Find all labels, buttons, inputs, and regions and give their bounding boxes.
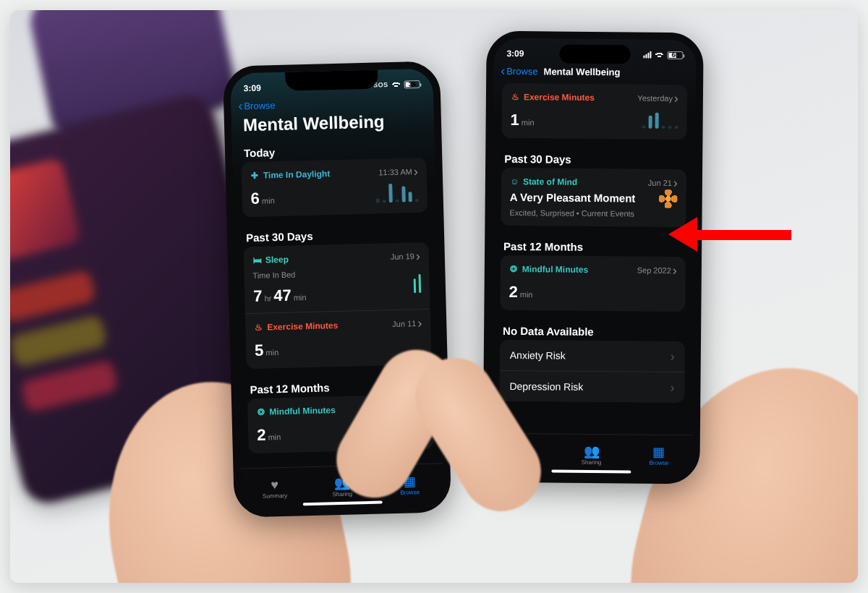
back-button[interactable]: ‹ Browse <box>501 64 538 77</box>
card-sleep-exercise: 🛏Sleep Jun 19› Time In Bed 7hr 47min <box>243 242 431 370</box>
chevron-right-icon: › <box>417 317 422 330</box>
sleep-sub: Time In Bed <box>252 265 306 280</box>
chevron-right-icon: › <box>416 249 420 263</box>
chevron-right-icon: › <box>673 176 678 189</box>
card-mindful[interactable]: ❂Mindful Minutes Sep 2022› 2min <box>500 255 686 312</box>
heart-icon: ♥ <box>271 478 278 491</box>
daylight-time: 11:33 AM› <box>378 165 418 179</box>
flame-icon: ♨ <box>511 92 520 101</box>
section-nodata: No Data Available <box>500 317 685 341</box>
chevron-right-icon: › <box>674 92 678 105</box>
state-detail: Excited, Surprised • Current Events <box>509 204 651 218</box>
mind-icon: ❂ <box>256 407 265 417</box>
card-daylight[interactable]: ✚Time In Daylight 11:33 AM› 6min <box>241 158 427 218</box>
tab-browse[interactable]: ▦Browse <box>625 435 693 477</box>
exercise-label: Exercise Minutes <box>524 92 595 103</box>
chevron-left-icon: ‹ <box>238 99 242 112</box>
notch <box>285 69 378 90</box>
state-title: A Very Pleasant Moment <box>510 188 652 205</box>
exercise-label: Exercise Minutes <box>267 320 338 333</box>
mindful-label: Mindful Minutes <box>269 405 336 417</box>
chevron-right-icon: › <box>670 381 674 394</box>
photo-frame: 3:09 SOS 38 ‹ Browse Mental Wellbeing To… <box>10 10 858 583</box>
nav-title: Mental Wellbeing <box>544 66 621 77</box>
section-p12: Past 12 Months <box>501 233 686 257</box>
exercise-spark <box>642 107 678 129</box>
flower-icon <box>659 189 678 208</box>
card-exercise[interactable]: ♨Exercise Minutes Yesterday› 1min <box>501 83 687 140</box>
tab-summary[interactable]: ♥Summary <box>240 467 309 510</box>
flame-icon: ♨ <box>254 323 263 332</box>
sleep-spark <box>413 271 421 293</box>
sleep-label: Sleep <box>265 255 289 265</box>
back-button[interactable]: ‹ Browse <box>238 98 276 112</box>
battery-icon: 38 <box>404 80 420 88</box>
chevron-left-icon: ‹ <box>501 64 505 77</box>
wifi-icon <box>654 51 664 59</box>
row-depression[interactable]: Depression Risk› <box>499 371 684 403</box>
people-icon: 👥 <box>584 445 600 458</box>
daylight-spark <box>375 180 419 203</box>
back-label: Browse <box>244 100 276 111</box>
status-time: 3:09 <box>244 83 261 94</box>
daylight-label: Time In Daylight <box>263 168 331 180</box>
battery-icon: 60 <box>667 51 683 59</box>
card-state-of-mind[interactable]: ☺State of Mind Jun 21› A Very Pleasant M… <box>501 168 686 227</box>
grid-icon: ▦ <box>652 445 665 458</box>
status-time: 3:09 <box>506 48 524 59</box>
dynamic-island <box>559 45 630 64</box>
chevron-right-icon: › <box>671 350 675 363</box>
state-label: State of Mind <box>523 176 577 187</box>
mindful-label: Mindful Minutes <box>522 264 588 275</box>
chevron-right-icon: › <box>414 165 418 178</box>
wifi-icon <box>391 81 401 88</box>
row-sleep[interactable]: 🛏Sleep Jun 19› Time In Bed 7hr 47min <box>252 249 422 306</box>
nav-bar: ‹ Browse Mental Wellbeing <box>493 63 696 79</box>
back-label: Browse <box>506 65 537 76</box>
bed-icon: 🛏 <box>252 255 262 265</box>
sun-icon: ✚ <box>250 171 260 180</box>
face-icon: ☺ <box>510 176 519 186</box>
section-p30: Past 30 Days <box>501 145 686 169</box>
divider <box>245 309 430 315</box>
daylight-value: 6 <box>250 189 260 208</box>
mind-icon: ❂ <box>509 264 519 273</box>
chevron-right-icon: › <box>673 264 677 277</box>
screen-right: 3:09 60 ‹ Browse Mental Wellbeing ♨Exerc… <box>490 38 696 477</box>
row-anxiety[interactable]: Anxiety Risk› <box>500 340 685 372</box>
phone-right: 3:09 60 ‹ Browse Mental Wellbeing ♨Exerc… <box>482 31 703 485</box>
signal-icon <box>643 51 651 59</box>
nodata-list: Anxiety Risk› Depression Risk› <box>499 340 685 403</box>
